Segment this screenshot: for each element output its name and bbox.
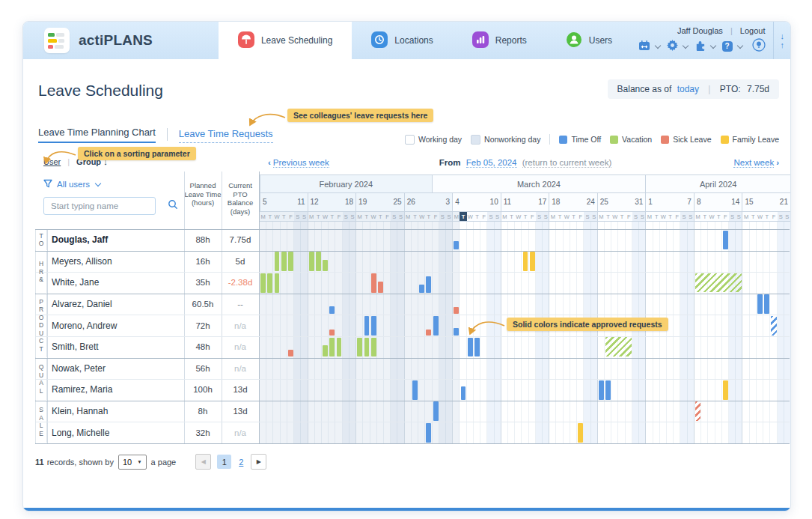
leave-bar-to[interactable]: [419, 285, 424, 292]
pending-leave-block-va[interactable]: [695, 273, 742, 293]
table-row[interactable]: White, Jane35h-2.38d: [35, 272, 259, 294]
leave-bar-va[interactable]: [323, 345, 328, 356]
bottom-scrollbar[interactable]: [23, 508, 790, 511]
leave-bar-to[interactable]: [461, 386, 466, 400]
gear-icon[interactable]: [667, 40, 678, 54]
leave-bar-va[interactable]: [281, 252, 287, 271]
users-filter[interactable]: All users: [43, 179, 103, 189]
tab-planning-chart[interactable]: Leave Time Planning Chart: [38, 127, 156, 143]
leave-bar-va[interactable]: [371, 338, 376, 357]
leave-bar-va[interactable]: [364, 338, 370, 357]
table-row[interactable]: Nowak, Peter56hn/a: [35, 358, 259, 380]
leave-bar-to[interactable]: [412, 380, 418, 400]
search-box[interactable]: [43, 197, 156, 215]
leave-bar-to[interactable]: [426, 276, 431, 293]
nav-tab-locations[interactable]: Locations: [352, 22, 452, 59]
table-row[interactable]: Ramirez, Maria100h13d: [35, 379, 259, 401]
user-name-cell[interactable]: Ramirez, Maria: [52, 384, 112, 395]
lightbulb-icon[interactable]: [752, 38, 766, 55]
leave-bar-to[interactable]: [468, 338, 473, 357]
scroll-down-icon[interactable]: ↓: [781, 32, 785, 40]
table-row[interactable]: Alvarez, Daniel60.5h--: [35, 294, 259, 315]
leave-bar-va[interactable]: [288, 252, 293, 271]
leave-bar-to[interactable]: [364, 316, 370, 336]
leave-bar-fa[interactable]: [723, 380, 728, 400]
chevron-down-icon[interactable]: [682, 43, 688, 49]
leave-bar-to[interactable]: [426, 423, 431, 443]
leave-bar-to[interactable]: [433, 401, 439, 421]
nav-tab-users[interactable]: Users: [546, 22, 632, 59]
user-name-cell[interactable]: Nowak, Peter: [52, 363, 106, 374]
leave-bar-si[interactable]: [329, 330, 335, 336]
prev-page-button[interactable]: ◀: [195, 454, 211, 470]
leave-bar-to[interactable]: [764, 294, 769, 314]
chevron-down-icon[interactable]: [709, 43, 715, 49]
leave-bar-va[interactable]: [323, 260, 328, 271]
leave-bar-va[interactable]: [309, 252, 314, 271]
leave-bar-to[interactable]: [723, 231, 728, 250]
help-icon[interactable]: ?: [722, 41, 733, 52]
leave-bar-fa[interactable]: [578, 423, 583, 443]
page-1-current[interactable]: 1: [217, 455, 231, 469]
leave-bar-to[interactable]: [454, 241, 459, 250]
leave-bar-va[interactable]: [329, 338, 335, 357]
leave-bar-to[interactable]: [757, 294, 763, 314]
table-row[interactable]: Long, Michelle32hn/a: [35, 422, 259, 443]
balance-today-link[interactable]: today: [677, 84, 699, 94]
chevron-down-icon[interactable]: [654, 43, 660, 49]
user-name-cell[interactable]: Long, Michelle: [52, 428, 109, 438]
nav-tab-reports[interactable]: Reports: [453, 22, 546, 59]
next-week-link[interactable]: Next week›: [733, 158, 781, 167]
user-name-cell[interactable]: Moreno, Andrew: [52, 321, 117, 331]
leave-bar-fa[interactable]: [523, 252, 528, 271]
sort-by-user[interactable]: User: [43, 157, 61, 166]
leave-bar-va[interactable]: [316, 252, 321, 271]
table-row[interactable]: Smith, Brett48hn/a: [35, 336, 259, 358]
logout-link[interactable]: Logout: [740, 26, 766, 35]
scroll-arrows[interactable]: ↓ ↑: [773, 22, 791, 59]
leave-bar-si[interactable]: [378, 282, 383, 292]
leave-bar-si[interactable]: [426, 330, 431, 336]
search-icon[interactable]: [168, 199, 178, 213]
leave-bar-va[interactable]: [260, 273, 266, 293]
actiplans-logo[interactable]: actiPLANS: [23, 22, 153, 59]
puzzle-icon[interactable]: [695, 40, 706, 54]
table-row[interactable]: Douglas, Jaff88h7.75d: [35, 229, 259, 251]
leave-bar-to[interactable]: [599, 380, 604, 400]
pending-leave-block-va[interactable]: [605, 337, 632, 356]
pending-leave-block-to[interactable]: [771, 316, 776, 336]
calendar-icon[interactable]: [638, 40, 650, 54]
chevron-down-icon[interactable]: [736, 43, 742, 49]
leave-bar-va[interactable]: [275, 273, 280, 293]
leave-bar-si[interactable]: [454, 307, 459, 314]
nav-tab-leave-scheduling[interactable]: Leave Scheduling: [219, 22, 352, 59]
leave-bar-to[interactable]: [454, 328, 459, 336]
next-page-button[interactable]: ▶: [251, 454, 266, 470]
leave-bar-fa[interactable]: [530, 252, 535, 271]
search-input[interactable]: [49, 201, 168, 211]
leave-bar-va[interactable]: [357, 338, 362, 357]
table-row[interactable]: Meyers, Allison16h5d: [35, 251, 259, 273]
user-name-cell[interactable]: Klein, Hannah: [52, 406, 108, 416]
leave-bar-to[interactable]: [433, 316, 439, 336]
pending-leave-block-si[interactable]: [695, 401, 700, 421]
user-name-cell[interactable]: Meyers, Allison: [52, 256, 112, 267]
user-name-cell[interactable]: White, Jane: [52, 277, 99, 288]
tab-leave-requests[interactable]: Leave Time Requests: [179, 128, 273, 143]
leave-bar-to[interactable]: [371, 316, 376, 336]
scroll-up-icon[interactable]: ↑: [781, 41, 785, 49]
table-row[interactable]: Moreno, Andrew72hn/a: [35, 315, 259, 336]
user-name-cell[interactable]: Alvarez, Daniel: [52, 299, 112, 309]
leave-bar-va[interactable]: [267, 273, 272, 293]
leave-bar-va[interactable]: [337, 338, 342, 357]
leave-bar-to[interactable]: [474, 338, 480, 357]
leave-bar-to[interactable]: [329, 306, 335, 314]
user-name[interactable]: Jaff Douglas: [677, 26, 723, 35]
leave-bar-si[interactable]: [288, 350, 293, 356]
leave-bar-si[interactable]: [371, 273, 376, 293]
from-date-link[interactable]: Feb 05, 2024: [466, 158, 517, 168]
leave-bar-to[interactable]: [605, 380, 611, 400]
user-name-cell[interactable]: Smith, Brett: [52, 342, 99, 352]
leave-bar-va[interactable]: [275, 252, 280, 271]
page-2-link[interactable]: 2: [237, 458, 245, 467]
